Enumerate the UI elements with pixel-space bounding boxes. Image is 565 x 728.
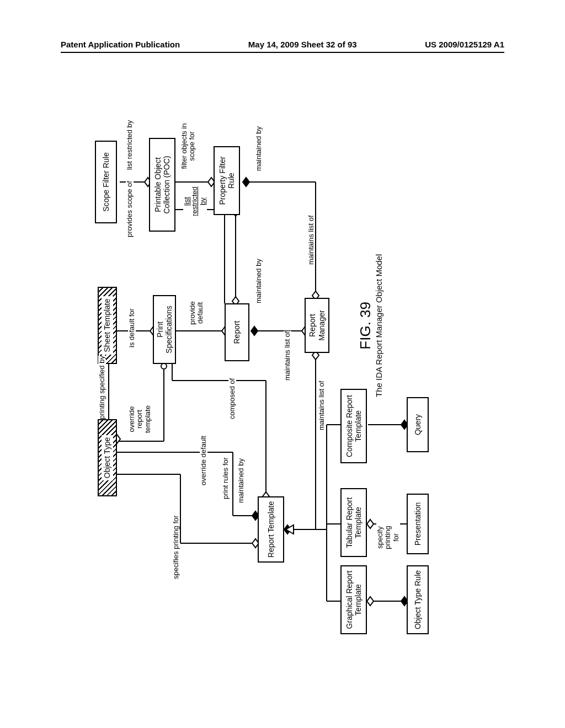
lbl-presentation: Presentation <box>413 502 422 546</box>
edge-maintained-by-r: maintained by <box>255 259 263 303</box>
lbl-object-type-rule: Object Type Rule <box>413 570 422 629</box>
edge-maintains-list-of-r: maintains list of <box>284 331 291 381</box>
edge-composed-of: composed of <box>228 378 236 419</box>
edge-maintains-list-of-pfr: maintains list of <box>307 215 315 265</box>
edge-maintained-by-rt: maintained by <box>237 458 245 503</box>
edge-list-restricted-by2: list restricted by <box>183 185 207 218</box>
edge-is-default-for: is default for <box>128 308 136 347</box>
box-report-manager: Report Manager <box>305 298 329 353</box>
edge-provide-default: provide default <box>189 298 205 328</box>
edge-print-rules-for: print rules for <box>222 457 230 499</box>
lbl-report-manager: Report Manager <box>308 302 326 349</box>
box-scope-filter-rule: Scope Filter Rule <box>95 141 117 223</box>
box-graphical-rt: Graphical Report Template <box>340 565 367 634</box>
header-right: US 2009/0125129 A1 <box>425 40 504 49</box>
underline-list: list restricted by <box>183 186 207 216</box>
lbl-report-template: Report Template <box>266 501 275 558</box>
edge-override-default: override default <box>200 436 207 485</box>
edge-printing-specified-by: printing specified by <box>98 356 106 419</box>
edge-specify-printing-for: specify printing for <box>376 522 400 553</box>
header-left: Patent Application Publication <box>61 40 180 49</box>
figure-number: FIG. 39 <box>357 254 374 397</box>
lbl-poc: Printable Object Collection (POC) <box>153 142 171 227</box>
lbl-print-specs: Print Specifications <box>156 299 173 360</box>
box-report: Report <box>225 303 249 361</box>
box-report-template: Report Template <box>258 496 284 563</box>
lbl-graphical-rt: Graphical Report Template <box>345 570 363 630</box>
edge-override-report-template: override report template <box>128 400 152 438</box>
box-object-type-rule: Object Type Rule <box>407 565 429 634</box>
box-tabular-rt: Tabular Report Template <box>340 488 367 557</box>
figure-caption-block: FIG. 39 The IDA Report Manager Object Mo… <box>357 254 383 397</box>
box-property-filter-rule: Property Filter Rule <box>214 146 240 215</box>
header-center: May 14, 2009 Sheet 32 of 93 <box>248 40 357 49</box>
box-composite-rt: Composite Report Template <box>340 389 367 463</box>
lbl-sheet-template: Sheet Template <box>102 296 113 354</box>
box-presentation: Presentation <box>407 494 429 554</box>
box-query: Query <box>407 397 429 452</box>
page-header: Patent Application Publication May 14, 2… <box>61 40 504 53</box>
lbl-object-type: Object Type <box>102 435 113 480</box>
diagram-area: Object Type Sheet Template Scope Filter … <box>89 88 476 640</box>
box-sheet-template: Sheet Template <box>98 287 117 364</box>
edge-list-restricted-by: list restricted by <box>126 120 134 170</box>
lbl-query: Query <box>413 414 422 435</box>
lbl-report: Report <box>232 320 241 344</box>
lbl-tabular-rt: Tabular Report Template <box>345 493 363 553</box>
box-poc: Printable Object Collection (POC) <box>149 138 175 232</box>
lbl-scope-filter-rule: Scope Filter Rule <box>102 152 110 211</box>
edge-filter-objects: filter objects in scope for <box>180 121 196 171</box>
edge-provides-scope-of: provides scope of <box>126 181 134 237</box>
lbl-composite-rt: Composite Report Template <box>345 393 363 459</box>
edge-maintains-list-of-rt: maintains list of <box>318 381 326 430</box>
box-print-specs: Print Specifications <box>153 295 176 364</box>
box-object-type: Object Type <box>98 419 117 496</box>
page: Patent Application Publication May 14, 2… <box>0 0 565 728</box>
lbl-property-filter-rule: Property Filter Rule <box>218 151 236 211</box>
edge-maintained-by-pfr: maintained by <box>255 126 263 171</box>
edge-specifies-printing-for: specifies printing for <box>172 515 180 579</box>
figure-caption: The IDA Report Manager Object Model <box>374 254 383 397</box>
